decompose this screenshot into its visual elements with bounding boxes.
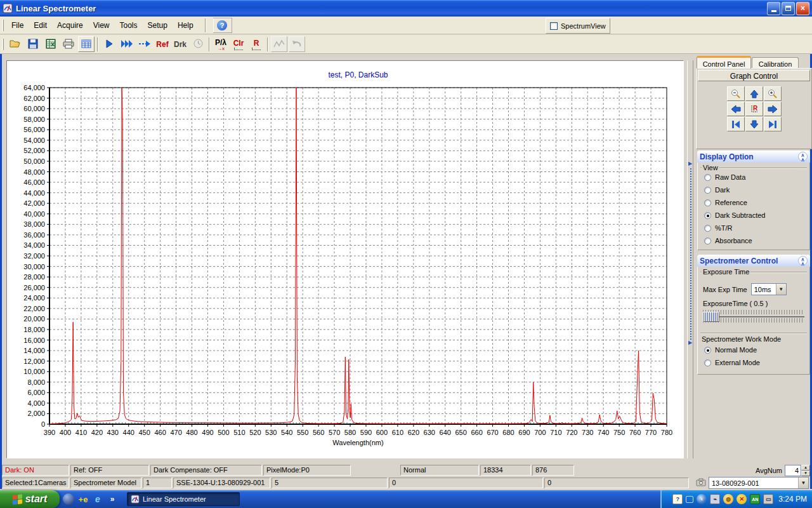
monitor-icon[interactable]: ▭ xyxy=(763,494,773,504)
clear-button[interactable]: Clr xyxy=(230,36,247,52)
splitter-arrow-icon[interactable]: ▶ xyxy=(688,161,692,166)
ie-icon[interactable]: e xyxy=(92,493,103,505)
slider-thumb[interactable] xyxy=(703,312,719,322)
circle-back-icon[interactable]: ‹ xyxy=(697,494,707,504)
avgnum-spinner[interactable]: 4▲▼ xyxy=(785,465,810,476)
menu-acquire[interactable]: Acquire xyxy=(52,19,88,32)
radio-label: Raw Data xyxy=(715,173,745,181)
radio-absorbance[interactable]: Absorbance xyxy=(704,236,752,245)
pan-up-button[interactable] xyxy=(745,86,763,101)
avgnum-value[interactable]: 4 xyxy=(785,465,801,476)
radio--t-r[interactable]: %T/R xyxy=(704,224,733,232)
dark-button[interactable]: Drk xyxy=(172,36,188,52)
radio-label: Dark Subtracted xyxy=(715,211,765,219)
panel-splitter[interactable]: ▶ ▶ xyxy=(687,60,693,458)
lan-icon[interactable]: AN xyxy=(750,494,760,504)
app-icon xyxy=(3,3,13,13)
start-button[interactable]: start xyxy=(0,490,60,508)
radio-dark-subtracted[interactable]: Dark Subtracted xyxy=(704,211,765,220)
plus-e-icon[interactable]: +e xyxy=(77,493,89,505)
tab-calibration[interactable]: Calibration xyxy=(752,57,799,69)
spectrometer-control-header[interactable]: Spectrometer Control ∧∧ xyxy=(697,255,810,267)
radio-external-mode[interactable]: External Mode xyxy=(704,358,760,367)
spectrumview-checkbox[interactable] xyxy=(550,22,558,30)
menu-grip[interactable] xyxy=(2,20,4,31)
y-tick-label: 64,000 xyxy=(23,84,45,91)
radio-icon[interactable] xyxy=(704,237,711,244)
radio-icon[interactable] xyxy=(704,187,711,194)
radio-icon[interactable] xyxy=(704,212,711,219)
collapse-chevron-icon[interactable]: ∧∧ xyxy=(798,152,808,161)
tab-control-panel[interactable]: Control Panel xyxy=(697,56,751,69)
rescale-button[interactable]: R xyxy=(745,102,763,116)
pixel-wavelength-button[interactable]: P/λ→x xyxy=(213,36,229,52)
clear-button-label: Clr xyxy=(233,39,244,48)
chevron-more-icon[interactable]: » xyxy=(107,493,118,505)
radio-dark[interactable]: Dark xyxy=(704,185,730,194)
save-button[interactable] xyxy=(25,36,41,52)
exposure-slider[interactable] xyxy=(703,310,804,324)
minimize-button[interactable] xyxy=(767,2,780,15)
network-signal-icon[interactable]: ⌁ xyxy=(710,494,720,504)
datasheet-button[interactable] xyxy=(78,36,95,52)
menu-file[interactable]: File xyxy=(6,19,29,32)
display-option-header[interactable]: Display Option ∧∧ xyxy=(697,150,810,163)
pan-left-button[interactable] xyxy=(727,102,745,116)
collapse-chevron-icon[interactable]: ∧∧ xyxy=(798,256,808,265)
go-start-button[interactable] xyxy=(727,117,745,131)
rescale-button[interactable]: R xyxy=(248,36,265,52)
radio-icon[interactable] xyxy=(704,225,711,232)
spinner-down-icon[interactable]: ▼ xyxy=(801,471,810,476)
help-file-icon[interactable]: ? xyxy=(672,494,683,504)
y-tick-label: 34,000 xyxy=(23,241,45,249)
dropdown-arrow-icon[interactable]: ▼ xyxy=(776,284,786,295)
acquire-continuous-button[interactable] xyxy=(119,36,135,52)
open-file-button[interactable] xyxy=(7,36,23,52)
go-end-button[interactable] xyxy=(764,117,782,131)
menu-view[interactable]: View xyxy=(88,19,115,32)
pan-down-button[interactable] xyxy=(745,117,763,131)
radio-icon[interactable] xyxy=(704,199,711,206)
pan-right-button[interactable] xyxy=(764,102,782,116)
menu-tools[interactable]: Tools xyxy=(115,19,143,32)
reference-button[interactable]: Ref xyxy=(154,36,171,52)
splitter-arrow-icon[interactable]: ▶ xyxy=(688,340,692,345)
menu-edit[interactable]: Edit xyxy=(29,19,52,32)
display-option-pane: Display Option ∧∧ View Raw DataDarkRefer… xyxy=(697,150,810,250)
max-exp-select[interactable]: 10ms ▼ xyxy=(751,283,787,295)
task-button-linear-spectrometer[interactable]: Linear Spectrometer xyxy=(127,492,240,506)
window-stack-icon[interactable] xyxy=(686,496,693,503)
menu-help[interactable]: Help xyxy=(173,19,199,32)
x-tick-label: 760 xyxy=(629,429,641,436)
audio-muted-icon[interactable]: ✕ xyxy=(737,494,747,504)
radio-raw-data[interactable]: Raw Data xyxy=(704,173,745,182)
serial-select[interactable]: 13-080929-001▼ xyxy=(709,477,809,489)
acquire-step-button[interactable] xyxy=(136,36,153,52)
spectrumview-label: SpectrumView xyxy=(561,22,606,30)
spectrum-chart[interactable]: 02,0004,0006,0008,00010,00012,00014,0001… xyxy=(7,61,683,458)
radio-icon[interactable] xyxy=(704,174,711,181)
spinner-up-icon[interactable]: ▲ xyxy=(801,465,810,471)
zoom-in-button[interactable] xyxy=(764,86,782,101)
toolbar-separator xyxy=(97,37,98,51)
toolbar-grip[interactable] xyxy=(2,39,4,50)
maximize-button[interactable] xyxy=(782,2,795,15)
sphere-icon[interactable] xyxy=(63,493,74,505)
help-button[interactable]: ? xyxy=(213,18,232,33)
export-excel-button[interactable]: X xyxy=(43,36,59,52)
radio-icon[interactable] xyxy=(704,347,711,354)
acquire-single-button[interactable] xyxy=(101,36,117,52)
title-bar[interactable]: Linear Spectrometer × xyxy=(0,0,812,17)
dropdown-arrow-icon[interactable]: ▼ xyxy=(798,478,808,488)
y-tick-label: 24,000 xyxy=(23,294,45,302)
radio-icon[interactable] xyxy=(704,359,711,366)
radio-normal-mode[interactable]: Normal Mode xyxy=(704,345,757,354)
y-tick-label: 30,000 xyxy=(23,263,45,271)
radio-reference[interactable]: Reference xyxy=(704,198,747,207)
globe-icon[interactable]: ◍ xyxy=(723,494,733,504)
menu-setup[interactable]: Setup xyxy=(143,19,173,32)
print-button[interactable] xyxy=(60,36,77,52)
zoom-out-button[interactable] xyxy=(727,86,745,101)
status-cell: Dark: ON xyxy=(2,465,69,476)
close-button[interactable]: × xyxy=(796,2,809,15)
